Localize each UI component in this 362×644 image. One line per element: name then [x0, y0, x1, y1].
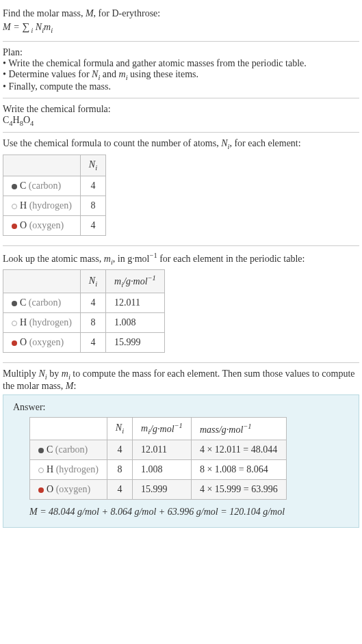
ni-value: 8 — [80, 312, 105, 332]
mass-section: Look up the atomic mass, mi, in g·mol−1 … — [3, 246, 359, 363]
table-row: O (oxygen) 4 15.999 — [3, 332, 165, 352]
header-empty — [30, 417, 107, 440]
carbon-dot-icon — [12, 301, 17, 306]
sigma-index: i — [29, 27, 33, 34]
count-title: Use the chemical formula to count the nu… — [3, 138, 359, 150]
mass-value: 8 × 1.008 = 8.064 — [191, 460, 286, 480]
oxygen-dot-icon — [38, 487, 44, 493]
element-cell: C (carbon) — [3, 293, 81, 312]
mi-value: 15.999 — [133, 480, 192, 500]
ni-value: 4 — [80, 215, 105, 235]
intro-line: Find the molar mass, M, for D-erythrose: — [3, 8, 359, 19]
oxygen-dot-icon — [12, 224, 17, 229]
table-row: H (hydrogen) 8 1.008 8 × 1.008 = 8.064 — [30, 460, 287, 480]
table-header-row: Ni — [3, 155, 106, 176]
element-cell: H (hydrogen) — [3, 312, 81, 332]
hydrogen-dot-icon — [38, 468, 44, 473]
multiply-section: Multiply Ni by mi to compute the mass fo… — [3, 363, 359, 533]
table-row: C (carbon) 4 12.011 — [3, 293, 165, 312]
molar-mass-formula: M = ∑ i Nimi — [3, 21, 359, 34]
element-cell: O (oxygen) — [3, 332, 81, 352]
mass-value: 4 × 15.999 = 63.996 — [191, 480, 286, 500]
count-section: Use the chemical formula to count the nu… — [3, 133, 359, 246]
answer-box: Answer: Ni mi/g·mol−1 mass/g·mol−1 C (ca… — [3, 394, 359, 528]
table-row: H (hydrogen) 8 — [3, 196, 106, 215]
ni-value: 4 — [107, 480, 132, 500]
header-mass: mass/g·mol−1 — [191, 417, 286, 440]
element-cell: C (carbon) — [30, 440, 107, 460]
ni-value: 8 — [80, 196, 105, 215]
plan-section: Plan: • Write the chemical formula and g… — [3, 42, 359, 98]
mi-value: 15.999 — [106, 332, 165, 352]
table-row: H (hydrogen) 8 1.008 — [3, 312, 165, 332]
ni-value: 4 — [80, 176, 105, 196]
ni-value: 4 — [80, 293, 105, 312]
ni-value: 4 — [80, 332, 105, 352]
carbon-dot-icon — [38, 448, 44, 453]
element-cell: C (carbon) — [3, 176, 81, 196]
header-ni: Ni — [80, 270, 105, 293]
header-ni: Ni — [80, 155, 105, 176]
answer-label: Answer: — [13, 402, 349, 413]
oxygen-dot-icon — [12, 340, 17, 346]
table-row: O (oxygen) 4 — [3, 215, 106, 235]
header-mi: mi/g·mol−1 — [133, 417, 192, 440]
element-cell: H (hydrogen) — [30, 460, 107, 480]
plan-item-2: • Determine values for Ni and mi using t… — [3, 69, 359, 81]
plan-title: Plan: — [3, 47, 359, 58]
table-header-row: Ni mi/g·mol−1 mass/g·mol−1 — [30, 417, 287, 440]
final-result: M = 48.044 g/mol + 8.064 g/mol + 63.996 … — [29, 507, 349, 518]
answer-table: Ni mi/g·mol−1 mass/g·mol−1 C (carbon) 4 … — [29, 417, 287, 500]
plan-item-3: • Finally, compute the mass. — [3, 81, 359, 92]
element-cell: H (hydrogen) — [3, 196, 81, 215]
chemical-formula-section: Write the chemical formula: C4H8O4 — [3, 98, 359, 133]
header-ni: Ni — [107, 417, 132, 440]
table-row: C (carbon) 4 12.011 4 × 12.011 = 48.044 — [30, 440, 287, 460]
mass-value: 4 × 12.011 = 48.044 — [191, 440, 286, 460]
plan-item-1: • Write the chemical formula and gather … — [3, 58, 359, 69]
header-mi: mi/g·mol−1 — [106, 270, 165, 293]
header-empty — [3, 155, 81, 176]
header-empty — [3, 270, 81, 293]
hydrogen-dot-icon — [12, 204, 17, 209]
element-cell: O (oxygen) — [3, 215, 81, 235]
chem-formula-value: C4H8O4 — [3, 115, 359, 127]
chem-formula-title: Write the chemical formula: — [3, 104, 359, 115]
mi-value: 12.011 — [106, 293, 165, 312]
intro-section: Find the molar mass, M, for D-erythrose:… — [3, 3, 359, 42]
mi-value: 12.011 — [133, 440, 192, 460]
mass-table: Ni mi/g·mol−1 C (carbon) 4 12.011 H (hyd… — [3, 269, 165, 352]
carbon-dot-icon — [12, 184, 17, 189]
mass-title: Look up the atomic mass, mi, in g·mol−1 … — [3, 252, 359, 265]
ni-value: 4 — [107, 440, 132, 460]
count-table: Ni C (carbon) 4 H (hydrogen) 8 O (oxygen… — [3, 155, 106, 236]
table-row: C (carbon) 4 — [3, 176, 106, 196]
element-cell: O (oxygen) — [30, 480, 107, 500]
ni-value: 8 — [107, 460, 132, 480]
mi-value: 1.008 — [106, 312, 165, 332]
table-row: O (oxygen) 4 15.999 4 × 15.999 = 63.996 — [30, 480, 287, 500]
table-header-row: Ni mi/g·mol−1 — [3, 270, 165, 293]
hydrogen-dot-icon — [12, 321, 17, 326]
multiply-title: Multiply Ni by mi to compute the mass fo… — [3, 368, 359, 392]
mi-value: 1.008 — [133, 460, 192, 480]
